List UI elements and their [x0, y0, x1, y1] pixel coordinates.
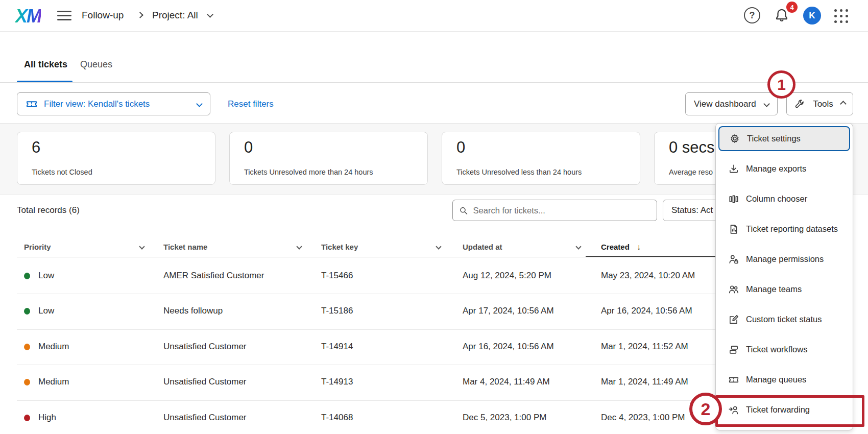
cell-ticket-key: T-14914 [321, 342, 353, 352]
priority-dot [24, 379, 30, 385]
wrench-icon [794, 99, 805, 110]
menu-item-manage-teams[interactable]: Manage teams [716, 274, 853, 304]
chevron-down-icon[interactable] [575, 244, 581, 249]
chevron-down-icon [196, 101, 203, 107]
cell-priority: High [38, 413, 56, 423]
search-icon [459, 206, 468, 215]
avatar[interactable]: K [803, 7, 821, 25]
stat-label: Tickets Unresolved less than 24 hours [456, 168, 582, 176]
sort-descending-icon: ↓ [637, 243, 641, 251]
column-header-ticket-name[interactable]: Ticket name [163, 243, 207, 251]
chevron-down-icon[interactable] [139, 244, 144, 249]
view-dashboard-button[interactable]: View dashboard [685, 92, 778, 115]
notification-badge: 4 [786, 2, 798, 13]
cell-updated-at: Apr 17, 2024, 10:56 AM [463, 306, 554, 316]
project-selector[interactable]: Project: All [152, 10, 198, 21]
cell-created: Apr 16, 2024, 10:56 AM [601, 306, 692, 316]
search-input[interactable] [473, 206, 650, 215]
cell-created: Dec 4, 2023, 1:00 PM [601, 413, 685, 423]
cell-ticket-key: T-14068 [321, 413, 353, 423]
column-header-created[interactable]: Created ↓ [601, 243, 641, 252]
stat-value: 0 [456, 138, 465, 157]
edit-icon [728, 314, 739, 325]
cell-priority: Medium [38, 377, 69, 387]
tab-all-tickets[interactable]: All tickets [24, 59, 67, 70]
menu-item-ticket-workflows[interactable]: Ticket workflows [716, 334, 853, 365]
column-header-ticket-key[interactable]: Ticket key [321, 243, 358, 251]
cell-ticket-key: T-14913 [321, 377, 353, 387]
menu-item-ticket-settings[interactable]: Ticket settings [718, 126, 850, 151]
stat-value: 6 [32, 138, 40, 157]
cell-updated-at: Mar 4, 2024, 11:49 AM [463, 377, 550, 387]
cell-priority: Medium [38, 342, 69, 352]
stat-label: Tickets not Closed [32, 168, 92, 176]
columns-icon [728, 194, 739, 205]
xm-logo: XM [15, 6, 41, 27]
help-button[interactable]: ? [744, 7, 760, 23]
chevron-down-icon[interactable] [296, 244, 302, 249]
tools-label: Tools [813, 99, 833, 109]
download-icon [728, 163, 739, 175]
menu-item-custom-ticket-status[interactable]: Custom ticket status [716, 304, 853, 334]
cell-ticket-name: Unsatisfied Customer [163, 377, 247, 387]
cell-ticket-key: T-15466 [321, 271, 353, 281]
menu-item-manage-permissions[interactable]: Manage permissions [716, 244, 853, 274]
hamburger-menu-icon[interactable] [57, 11, 71, 21]
chevron-down-icon[interactable] [207, 11, 213, 18]
menu-item-column-chooser[interactable]: Column chooser [716, 184, 853, 214]
tab-queues[interactable]: Queues [80, 59, 112, 70]
cell-created: Mar 1, 2024, 11:49 AM [601, 377, 688, 387]
cell-updated-at: Aug 12, 2024, 5:20 PM [463, 271, 551, 281]
cell-created: May 23, 2024, 10:20 AM [601, 271, 695, 281]
breadcrumb-follow-up[interactable]: Follow-up [82, 10, 124, 21]
stat-card-unresolved-more-24h: 0 Tickets Unresolved more than 24 hours [229, 132, 428, 185]
filter-view-dropdown[interactable]: Filter view: Kendall's tickets [17, 92, 210, 115]
tools-menu: Ticket settings Manage exports Column ch… [715, 123, 853, 430]
people-icon [728, 284, 739, 295]
annotation-step-2: 2 [689, 393, 722, 425]
cell-ticket-name: Unsatisfied Customer [163, 413, 247, 423]
menu-item-manage-queues[interactable]: Manage queues [716, 365, 853, 395]
stat-value: 0 [244, 138, 253, 157]
stat-value: 0 secs [669, 138, 715, 157]
cell-ticket-name: Unsatisfied Customer [163, 342, 247, 352]
reset-filters-link[interactable]: Reset filters [228, 99, 274, 109]
view-dashboard-label: View dashboard [694, 99, 756, 109]
chevron-down-icon[interactable] [436, 244, 441, 249]
top-bar: XM Follow-up Project: All ? 4 K [0, 0, 868, 32]
gear-icon [729, 133, 740, 144]
ticket-icon [728, 374, 739, 385]
stat-card-not-closed: 6 Tickets not Closed [17, 132, 215, 185]
menu-item-manage-exports[interactable]: Manage exports [716, 154, 853, 184]
chevron-up-icon [840, 101, 847, 107]
tabs-divider [0, 82, 868, 83]
total-records: Total records (6) [17, 205, 80, 215]
chevron-right-icon [137, 12, 143, 18]
cell-created: Mar 1, 2024, 11:52 AM [601, 342, 688, 352]
annotation-step-1: 1 [767, 70, 795, 99]
cell-ticket-name: Needs followup [163, 306, 223, 316]
cell-updated-at: Dec 5, 2023, 1:00 PM [463, 413, 546, 423]
filter-view-label: Filter view: Kendall's tickets [44, 99, 150, 109]
report-document-icon [728, 224, 739, 235]
column-header-priority[interactable]: Priority [24, 243, 51, 251]
stat-label: Average reso [669, 168, 713, 176]
priority-dot [24, 344, 30, 350]
person-lock-icon [728, 254, 739, 265]
column-header-updated-at[interactable]: Updated at [463, 243, 502, 251]
tools-button[interactable]: Tools [786, 92, 853, 115]
priority-dot [24, 273, 30, 279]
tickets-page: XM Follow-up Project: All ? 4 K All tick… [0, 0, 868, 434]
priority-dot [24, 308, 30, 315]
cell-ticket-name: AMER Satisfied Customer [163, 271, 264, 281]
cell-updated-at: Apr 16, 2024, 10:56 AM [463, 342, 554, 352]
cell-ticket-key: T-15186 [321, 306, 353, 316]
search-box[interactable] [452, 200, 657, 221]
cell-priority: Low [38, 306, 54, 316]
apps-grid-icon[interactable] [834, 9, 848, 23]
ticket-icon [26, 98, 38, 110]
menu-item-ticket-reporting-datasets[interactable]: Ticket reporting datasets [716, 214, 853, 244]
chevron-down-icon [763, 101, 770, 107]
cell-priority: Low [38, 271, 54, 281]
stat-label: Tickets Unresolved more than 24 hours [244, 168, 373, 176]
